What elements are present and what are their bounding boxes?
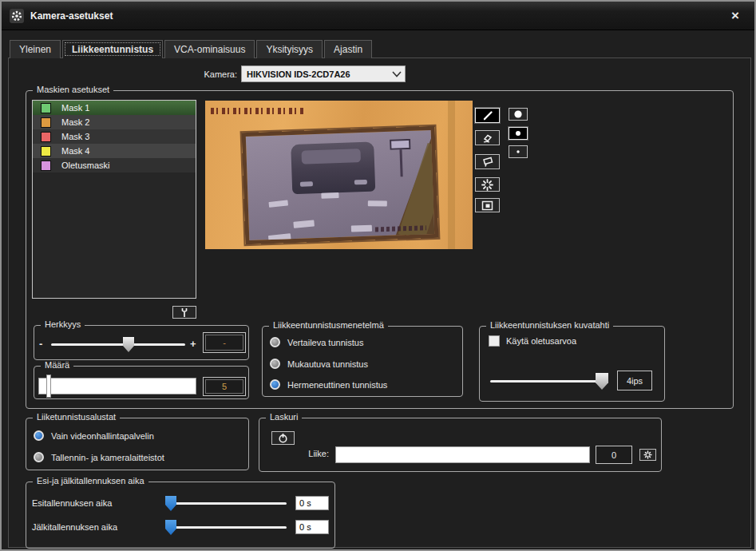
radio-label: Vain videonhallintapalvelin	[51, 431, 154, 441]
mask-label: Oletusmaski	[61, 161, 110, 170]
radio-mukautuva-tunnistus[interactable]: Mukautuva tunnistus	[270, 359, 368, 369]
window-title: Kamera-asetukset	[30, 2, 113, 30]
sensitivity-plus-label: +	[190, 338, 196, 350]
radio-icon	[34, 452, 44, 462]
use-default-label: Käytä oletusarvoa	[506, 336, 576, 346]
post-recording-value-input[interactable]: 0 s	[295, 520, 329, 534]
recording-time-group-title: Esi-ja jälkitallennuksen aika	[33, 476, 148, 486]
erase-mask-button[interactable]	[475, 130, 500, 145]
radio-vain-videonhallintapalvelin[interactable]: Vain videonhallintapalvelin	[34, 430, 154, 441]
camera-dropdown[interactable]: HIKVISION IDS-2CD7A26	[241, 65, 406, 82]
brush-size-medium-button[interactable]	[509, 127, 528, 140]
video-unmasked-region	[242, 126, 439, 244]
car-headlight	[300, 181, 313, 187]
road-sign	[390, 139, 410, 150]
erase-all-button[interactable]	[475, 154, 500, 169]
mask-list-item-default[interactable]: Oletusmaski	[33, 158, 196, 172]
mask-label: Mask 4	[61, 146, 89, 156]
motion-level-meter	[335, 446, 590, 463]
mask-color-swatch	[41, 103, 51, 113]
brush-size-large-button[interactable]	[509, 108, 528, 121]
fill-frame-button[interactable]	[475, 198, 500, 212]
radio-label: Vertaileva tunnistus	[287, 338, 363, 347]
road-marking	[351, 225, 372, 232]
brush-small-icon	[513, 147, 523, 157]
road-marking	[321, 192, 338, 199]
framerate-slider-track[interactable]	[490, 380, 608, 383]
fill-frame-icon	[481, 200, 493, 211]
mask-color-swatch	[41, 117, 51, 128]
video-preview[interactable]	[205, 101, 473, 249]
pre-recording-value-input[interactable]: 0 s	[295, 496, 329, 510]
refresh-detection-button[interactable]	[475, 177, 500, 192]
pen-icon	[482, 110, 493, 121]
pre-recording-label: Esitallennuksen aika	[32, 498, 112, 508]
mask-list-item-1[interactable]: Mask 1	[33, 101, 196, 115]
pre-recording-slider-track[interactable]	[167, 502, 287, 505]
radio-tallennin-ja-kameralaitteistot[interactable]: Tallennin- ja kameralaitteistot	[34, 452, 164, 462]
sensitivity-value-box[interactable]: -	[203, 332, 246, 353]
use-default-checkbox[interactable]	[489, 335, 500, 347]
counter-power-button[interactable]	[271, 431, 295, 445]
amount-slider-thumb[interactable]	[46, 375, 51, 398]
tab-yleinen[interactable]: Yleinen	[10, 40, 61, 58]
post-recording-label: Jälkitallennuksen aika	[32, 522, 117, 532]
mask-config-button[interactable]	[172, 306, 196, 319]
framerate-value-box[interactable]: 4ips	[617, 371, 652, 390]
amount-group-title: Määrä	[41, 360, 73, 370]
tab-vca-ominaisuus[interactable]: VCA-ominaisuus	[164, 40, 255, 58]
board-eraser-icon	[481, 156, 494, 168]
road-marking	[293, 220, 315, 228]
close-icon[interactable]: ×	[726, 6, 745, 26]
framerate-group-title: Liikkeentunnistuksen kuvatahti	[486, 320, 613, 330]
amount-slider-track[interactable]	[38, 378, 196, 394]
radio-icon	[270, 337, 280, 347]
mask-color-swatch	[41, 146, 51, 157]
power-icon	[278, 433, 288, 443]
draw-mask-button[interactable]	[475, 108, 500, 123]
mask-list: Mask 1 Mask 2 Mask 3 Mask 4 Oletusmaski	[32, 100, 196, 299]
tab-ajastin[interactable]: Ajastin	[324, 40, 372, 58]
video-timestamp	[211, 108, 305, 114]
post-recording-slider-track[interactable]	[167, 526, 287, 529]
camera-settings-dialog: Kamera-asetukset × Yleinen Liikkeentunni…	[0, 0, 756, 551]
amount-value-box[interactable]: 5	[203, 377, 246, 396]
mask-color-swatch	[41, 161, 51, 171]
brush-medium-icon	[513, 129, 523, 138]
mask-list-item-3[interactable]: Mask 3	[33, 129, 196, 144]
motion-label: Liike:	[299, 449, 329, 458]
mask-list-item-2[interactable]: Mask 2	[33, 115, 196, 129]
sensitivity-group-title: Herkkyys	[41, 319, 85, 329]
mask-list-item-4[interactable]: Mask 4	[33, 144, 196, 158]
road-marking	[268, 233, 291, 242]
wrench-icon	[180, 307, 189, 318]
car-windshield	[301, 149, 361, 165]
brush-size-small-button[interactable]	[509, 145, 528, 158]
road-marking	[368, 200, 387, 206]
car	[291, 141, 375, 194]
radio-icon	[270, 379, 280, 390]
title-bar: Kamera-asetukset ×	[2, 2, 754, 30]
road-marking	[268, 200, 288, 207]
radio-label: Mukautuva tunnistus	[287, 359, 368, 369]
counter-group-title: Laskuri	[266, 412, 302, 422]
radio-vertaileva-tunnistus[interactable]: Vertaileva tunnistus	[270, 337, 363, 347]
platform-group: Liiketunnistusalustat	[26, 418, 249, 470]
gear-icon	[10, 9, 24, 23]
radio-hermeneuttinen-tunnistus[interactable]: Hermeneuttinen tunnistus	[270, 379, 387, 390]
road-sign-pole	[399, 149, 402, 176]
sensitivity-slider-track[interactable]	[51, 343, 185, 346]
chevron-down-icon	[389, 71, 405, 77]
motion-count-box[interactable]: 0	[596, 446, 632, 464]
burst-small-icon	[643, 450, 652, 459]
platform-group-title: Liiketunnistusalustat	[33, 412, 120, 422]
camera-label: Kamera:	[173, 69, 237, 79]
mask-label: Mask 2	[61, 117, 89, 127]
mask-color-swatch	[41, 132, 51, 142]
counter-reset-button[interactable]	[639, 449, 656, 461]
tab-yksityisyys[interactable]: Yksityisyys	[256, 40, 323, 58]
car-headlight	[354, 180, 367, 185]
burst-icon	[481, 179, 493, 191]
camera-dropdown-value: HIKVISION IDS-2CD7A26	[242, 69, 389, 79]
tab-liikkeentunnistus[interactable]: Liikkeentunnistus	[62, 40, 163, 58]
